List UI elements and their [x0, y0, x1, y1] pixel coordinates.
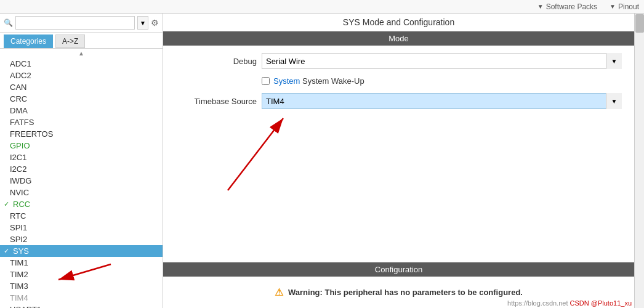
software-packs-label: Software Packs	[546, 2, 597, 11]
check-icon: ✓	[4, 247, 9, 255]
debug-label: Debug	[175, 57, 262, 66]
search-icon: 🔍	[4, 18, 13, 27]
scrollbar-thumb[interactable]	[635, 14, 644, 33]
software-packs-btn[interactable]: ▼ Software Packs	[537, 2, 597, 11]
sidebar-item-CRC[interactable]: CRC	[0, 93, 163, 105]
debug-select[interactable]: Serial Wire JTAG (4 pins) JTAG (2 pins) …	[262, 53, 622, 69]
sidebar-item-TIM2[interactable]: TIM2	[0, 269, 163, 280]
debug-row: Debug Serial Wire JTAG (4 pins) JTAG (2 …	[175, 53, 622, 69]
pinout-label: Pinout	[618, 2, 639, 11]
top-bar: ▼ Software Packs ▼ Pinout	[0, 0, 644, 14]
sidebar-item-I2C2[interactable]: I2C2	[0, 163, 163, 175]
sidebar-item-TIM3[interactable]: TIM3	[0, 280, 163, 292]
sidebar-tabs: Categories A->Z	[0, 33, 163, 49]
main-content: SYS Mode and Configuration Mode Debug Se…	[163, 14, 634, 308]
search-bar: 🔍 ▼ ⚙	[0, 14, 163, 33]
search-dropdown-arrow[interactable]: ▼	[137, 16, 148, 30]
check-icon: ✓	[4, 200, 9, 208]
timebase-select[interactable]: SysTick TIM1 TIM2 TIM3 TIM4	[262, 93, 622, 109]
main-title: SYS Mode and Configuration	[163, 14, 634, 31]
wakeup-checkbox[interactable]	[262, 77, 270, 85]
sidebar-item-RCC[interactable]: ✓ RCC	[0, 198, 163, 210]
sidebar-item-SYS[interactable]: ✓ SYS	[0, 245, 163, 257]
warning-icon: ⚠	[275, 286, 283, 298]
sidebar-item-SPI1[interactable]: SPI1	[0, 222, 163, 233]
chevron-down-icon: ▼	[610, 3, 616, 10]
watermark-csdn: CSDN @Pluto11_xu	[570, 299, 632, 307]
sidebar-item-FREERTOS[interactable]: FREERTOS	[0, 128, 163, 140]
sidebar: 🔍 ▼ ⚙ Categories A->Z ▲ ADC1 ADC2 CAN CR…	[0, 14, 163, 308]
sidebar-item-TIM4[interactable]: TIM4	[0, 292, 163, 304]
debug-select-wrapper: Serial Wire JTAG (4 pins) JTAG (2 pins) …	[262, 53, 622, 69]
sidebar-item-IWDG[interactable]: IWDG	[0, 175, 163, 187]
watermark: https://blog.csdn.net CSDN @Pluto11_xu	[507, 299, 632, 307]
sidebar-item-NVIC[interactable]: NVIC	[0, 187, 163, 198]
wakeup-label: System System Wake-Up	[273, 76, 364, 86]
pinout-btn[interactable]: ▼ Pinout	[610, 2, 639, 11]
timebase-select-wrapper: SysTick TIM1 TIM2 TIM3 TIM4 ▼	[262, 93, 622, 109]
wakeup-label-text: System Wake-Up	[302, 76, 364, 86]
search-input[interactable]	[15, 16, 135, 30]
sidebar-item-TIM1[interactable]: TIM1	[0, 257, 163, 269]
sidebar-item-FATFS[interactable]: FATFS	[0, 116, 163, 128]
sidebar-item-ADC1[interactable]: ADC1	[0, 58, 163, 70]
sidebar-item-DMA[interactable]: DMA	[0, 105, 163, 116]
sidebar-list: ADC1 ADC2 CAN CRC DMA FATFS FREERTOS GPI…	[0, 58, 163, 308]
config-header: Configuration	[163, 262, 634, 277]
mode-header: Mode	[163, 31, 634, 46]
sidebar-item-CAN[interactable]: CAN	[0, 81, 163, 93]
mode-section: Debug Serial Wire JTAG (4 pins) JTAG (2 …	[163, 46, 634, 262]
sort-arrow: ▲	[0, 49, 163, 58]
watermark-text: https://blog.csdn.net	[507, 299, 570, 307]
warning-text: Warning: This peripheral has no paramete…	[288, 288, 523, 297]
timebase-label: Timebase Source	[175, 97, 262, 106]
sidebar-item-ADC2[interactable]: ADC2	[0, 70, 163, 81]
sidebar-item-USART1[interactable]: USART1	[0, 304, 163, 308]
wakeup-row: System System Wake-Up	[175, 76, 622, 86]
scrollbar[interactable]	[634, 14, 644, 308]
sidebar-item-I2C1[interactable]: I2C1	[0, 152, 163, 163]
sidebar-item-SPI2[interactable]: SPI2	[0, 233, 163, 245]
tab-az[interactable]: A->Z	[55, 34, 85, 48]
gear-icon[interactable]: ⚙	[151, 18, 159, 28]
chevron-down-icon: ▼	[537, 3, 544, 10]
tab-categories[interactable]: Categories	[4, 34, 53, 48]
sidebar-item-GPIO[interactable]: GPIO	[0, 140, 163, 152]
timebase-row: Timebase Source SysTick TIM1 TIM2 TIM3 T…	[175, 93, 622, 109]
sidebar-item-RTC[interactable]: RTC	[0, 210, 163, 222]
